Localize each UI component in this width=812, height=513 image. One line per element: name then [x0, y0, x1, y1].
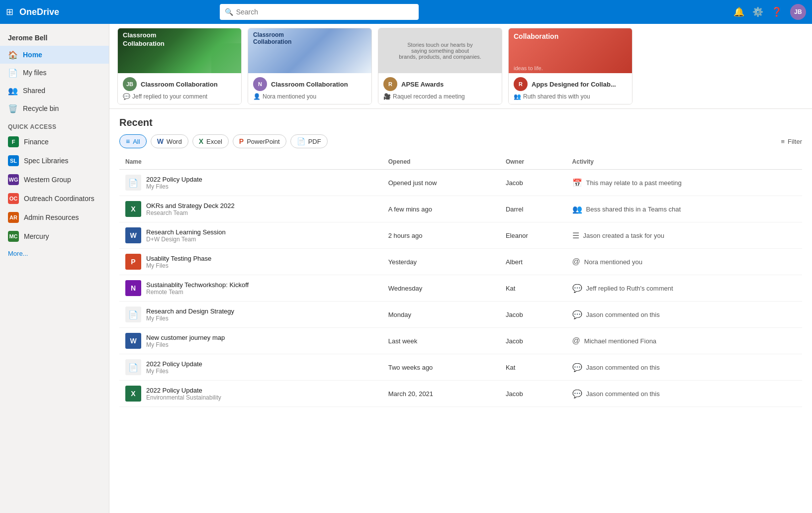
file-location: My Files [146, 368, 202, 375]
file-name: Sustainablity Techworkshop: Kickoff [146, 281, 249, 289]
file-name-text: 2022 Policy Update My Files [146, 176, 202, 190]
home-icon: 🏠 [8, 50, 18, 60]
file-opened: March 20, 2021 [382, 381, 500, 407]
table-row[interactable]: X OKRs and Strategy Deck 2022 Research T… [119, 196, 802, 222]
card2-title: Classroom Collaboration [271, 81, 348, 88]
file-owner: Jacob [500, 170, 566, 196]
waffle-icon[interactable]: ⊞ [6, 6, 13, 17]
file-owner: Darrel [500, 196, 566, 222]
top-nav-right: 🔔 ⚙️ ❓ JB [733, 4, 806, 20]
table-row[interactable]: P Usablity Testing Phase My Files Yester… [119, 249, 802, 275]
table-row[interactable]: W Research Learning Session D+W Design T… [119, 222, 802, 249]
filter-ppt-label: PowerPoint [247, 138, 279, 145]
table-header: Name Opened Owner Activity [119, 154, 802, 170]
file-type-icon: 📄 [125, 175, 141, 191]
file-opened: Wednesday [382, 275, 500, 302]
file-location: Environmental Sustainability [146, 394, 221, 401]
activity-text: Michael mentioned Fiona [584, 337, 656, 345]
avatar[interactable]: JB [790, 4, 806, 20]
file-activity: 💬 Jason commented on this [572, 389, 796, 399]
card-classroom-collaboration-1[interactable]: ClassroomCollaboration JB Classroom Coll… [117, 28, 242, 104]
sidebar-item-myfiles-label: My files [23, 69, 46, 77]
activity-text: Jeff replied to Ruth's comment [586, 285, 673, 292]
card4-subtitle: 👥Ruth shared this with you [514, 93, 627, 100]
sidebar-more[interactable]: More... [0, 246, 109, 261]
sidebar-item-outreach[interactable]: OC Outreach Coordinators [0, 189, 109, 208]
file-opened: Opened just now [382, 170, 500, 196]
file-activity: @ Nora mentioned you [572, 257, 796, 266]
file-location: My Files [146, 315, 234, 322]
all-icon: ≡ [126, 137, 130, 145]
filter-tab-word[interactable]: W Word [151, 134, 188, 148]
notifications-icon[interactable]: 🔔 [733, 6, 744, 17]
settings-icon[interactable]: ⚙️ [752, 6, 763, 17]
table-row[interactable]: 📄 2022 Policy Update My Files Opened jus… [119, 170, 802, 196]
search-bar: 🔍 [220, 4, 419, 20]
table-row[interactable]: N Sustainablity Techworkshop: Kickoff Re… [119, 275, 802, 302]
sidebar-item-finance-label: Finance [24, 138, 49, 146]
card-apse-awards[interactable]: Stories touch our hearts bysaying someth… [378, 28, 502, 104]
file-location: D+W Design Team [146, 236, 226, 243]
file-name-cell: 📄 2022 Policy Update My Files [125, 175, 376, 191]
filter-label: Filter [788, 138, 802, 145]
activity-text: Jason created a task for you [583, 232, 664, 239]
recyclebin-icon: 🗑️ [8, 103, 18, 113]
file-name-text: 2022 Policy Update Environmental Sustain… [146, 387, 221, 401]
card4-title: Apps Designed for Collab... [532, 81, 616, 88]
main-layout: Jerome Bell 🏠 Home 📄 My files 👥 Shared 🗑… [0, 24, 812, 513]
file-activity: 💬 Jeff replied to Ruth's comment [572, 284, 796, 293]
file-name: Usablity Testing Phase [146, 255, 211, 262]
powerpoint-icon: P [239, 137, 244, 145]
search-icon: 🔍 [225, 8, 233, 16]
file-type-icon: X [125, 201, 141, 217]
file-opened: A few mins ago [382, 196, 500, 222]
sidebar: Jerome Bell 🏠 Home 📄 My files 👥 Shared 🗑… [0, 24, 109, 513]
file-type-icon: N [125, 280, 141, 296]
card1-subtitle: 💬Jeff replied to your comment [123, 93, 236, 100]
main-content: ClassroomCollaboration JB Classroom Coll… [109, 24, 812, 513]
file-name-cell: X 2022 Policy Update Environmental Susta… [125, 386, 376, 402]
western-group-icon: WG [8, 174, 19, 185]
sidebar-item-spec-libraries[interactable]: SL Spec Libraries [0, 151, 109, 170]
help-icon[interactable]: ❓ [771, 6, 782, 17]
table-row[interactable]: X 2022 Policy Update Environmental Susta… [119, 381, 802, 407]
table-row[interactable]: 📄 2022 Policy Update My Files Two weeks … [119, 354, 802, 381]
file-type-icon: 📄 [125, 307, 141, 322]
sidebar-item-myfiles[interactable]: 📄 My files [0, 64, 109, 82]
card-apps-collab[interactable]: Collaboration ideas to life. R Apps Desi… [508, 28, 632, 104]
file-type-icon: X [125, 386, 141, 402]
file-name-cell: W Research Learning Session D+W Design T… [125, 227, 376, 243]
file-opened: Monday [382, 302, 500, 328]
card-classroom-collaboration-2[interactable]: ClassroomCollaboration N Classroom Colla… [248, 28, 372, 104]
table-row[interactable]: 📄 Research and Design Strategy My Files … [119, 302, 802, 328]
filter-button[interactable]: ≡ Filter [781, 138, 802, 145]
activity-text: Jason commented on this [586, 364, 660, 371]
file-name-text: Usablity Testing Phase My Files [146, 255, 211, 269]
filter-tab-pdf[interactable]: 📄 PDF [290, 134, 328, 148]
sidebar-item-finance[interactable]: F Finance [0, 132, 109, 151]
filter-excel-label: Excel [206, 138, 222, 145]
table-row[interactable]: W New customer journey map My Files Last… [119, 328, 802, 354]
file-location: My Files [146, 341, 225, 348]
col-name: Name [119, 154, 382, 170]
file-opened: Last week [382, 328, 500, 354]
activity-text: Nora mentioned you [584, 258, 642, 266]
sidebar-item-home[interactable]: 🏠 Home [0, 46, 109, 64]
file-name-cell: N Sustainablity Techworkshop: Kickoff Re… [125, 280, 376, 296]
sidebar-item-home-label: Home [23, 51, 42, 59]
filter-tab-powerpoint[interactable]: P PowerPoint [233, 134, 286, 148]
file-table: Name Opened Owner Activity 📄 2022 Policy… [119, 154, 802, 407]
sidebar-item-recyclebin[interactable]: 🗑️ Recycle bin [0, 100, 109, 117]
file-name: Research and Design Strategy [146, 308, 234, 315]
sidebar-item-western-group[interactable]: WG Western Group [0, 170, 109, 189]
sidebar-item-mercury[interactable]: MC Mercury [0, 227, 109, 246]
filter-tab-all[interactable]: ≡ All [119, 134, 147, 148]
sidebar-item-admin[interactable]: AR Admin Resources [0, 208, 109, 227]
sidebar-item-shared[interactable]: 👥 Shared [0, 82, 109, 100]
file-location: Remote Team [146, 289, 249, 296]
search-input[interactable] [236, 8, 414, 16]
admin-icon: AR [8, 212, 19, 223]
card2-avatar: N [253, 77, 267, 91]
filter-tab-excel[interactable]: X Excel [192, 134, 229, 148]
file-type-icon: W [125, 227, 141, 243]
